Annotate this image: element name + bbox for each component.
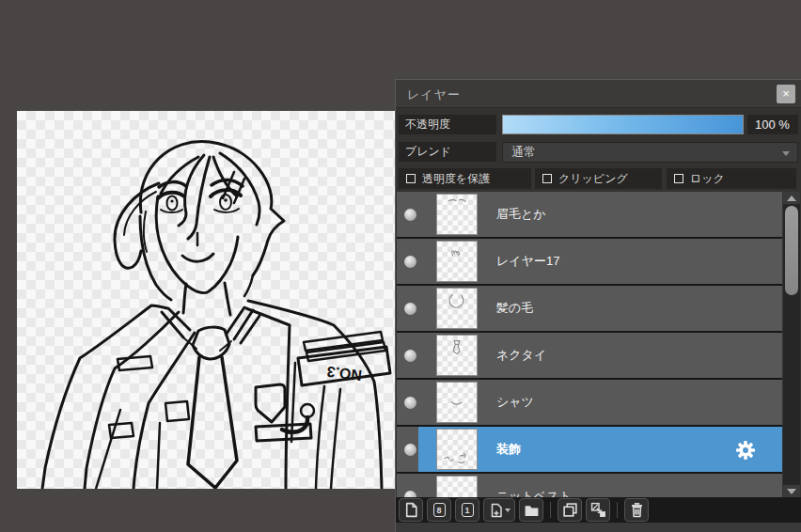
close-icon[interactable]: × (777, 85, 795, 103)
layer-thumbnail (436, 476, 478, 497)
layer-toolbar: 8 1 (396, 497, 801, 523)
layer-list: 眉毛とか レイヤー17 (397, 192, 782, 497)
1bit-layer-icon: 1 (462, 503, 474, 517)
layer-settings-gear-icon[interactable] (735, 440, 756, 461)
layer-visibility-toggle[interactable] (404, 444, 416, 456)
scroll-up-icon[interactable] (783, 192, 800, 204)
toolbar-separator (617, 502, 618, 518)
merge-layer-icon (590, 502, 606, 518)
layer-row[interactable]: ニットベスト (397, 474, 782, 497)
new-layer-button[interactable] (399, 498, 423, 522)
add-layer-menu-button[interactable] (483, 498, 515, 522)
layer-name: シャツ (496, 380, 534, 425)
new-1bit-layer-button[interactable]: 1 (455, 498, 479, 522)
layer-visibility-toggle[interactable] (404, 491, 416, 497)
protect-alpha-checkbox[interactable]: 透明度を保護 (399, 168, 531, 189)
blend-mode-select[interactable]: 通常 (502, 142, 798, 163)
opacity-label: 不透明度 (399, 115, 496, 134)
layer-thumbnail (436, 288, 478, 329)
layer-visibility-toggle[interactable] (404, 256, 416, 268)
protect-alpha-label: 透明度を保護 (422, 168, 490, 189)
folder-icon (524, 502, 540, 518)
layer-name: ニットベスト (496, 474, 572, 497)
layer-thumbnail (436, 382, 478, 423)
clipping-label: クリッピング (558, 168, 628, 189)
layer-visibility-toggle[interactable] (404, 303, 416, 315)
layer-visibility-toggle[interactable] (404, 350, 416, 362)
checkbox-icon[interactable] (542, 174, 552, 183)
layer-row[interactable]: 髪の毛 (397, 286, 782, 333)
layers-panel-titlebar[interactable]: レイヤー × (396, 80, 801, 108)
drawing-canvas[interactable]: NO.3 (17, 111, 395, 489)
opacity-value: 100 % (747, 115, 798, 134)
chevron-down-icon (782, 151, 790, 156)
merge-layer-button[interactable] (586, 498, 610, 522)
8bit-layer-icon: 8 (433, 503, 446, 517)
checkbox-icon[interactable] (406, 174, 416, 183)
layer-row[interactable]: ネクタイ (397, 333, 782, 380)
opacity-slider-fill (503, 116, 743, 133)
layer-list-scrollbar[interactable] (783, 192, 800, 497)
checkbox-icon[interactable] (674, 174, 683, 183)
duplicate-layer-icon (562, 502, 578, 518)
layer-visibility-toggle[interactable] (404, 397, 416, 409)
lock-label: ロック (690, 168, 725, 189)
layer-name: レイヤー17 (496, 239, 559, 284)
panel-bottom-strip (396, 523, 801, 532)
panel-title: レイヤー (407, 86, 461, 103)
chevron-down-icon (505, 509, 510, 512)
layer-thumbnail (436, 429, 478, 470)
layer-row[interactable]: シャツ (397, 380, 782, 427)
add-layer-icon (489, 503, 504, 518)
blend-mode-value: 通常 (511, 145, 536, 159)
layer-row[interactable]: レイヤー17 (397, 239, 782, 286)
new-folder-button[interactable] (519, 498, 543, 522)
lock-checkbox[interactable]: ロック (667, 168, 796, 189)
layers-panel: レイヤー × 不透明度 100 % ブレンド 通常 透明度を保護 クリッピング … (395, 79, 801, 532)
new-layer-icon (403, 502, 419, 518)
delete-layer-button[interactable] (624, 498, 649, 522)
layer-row[interactable]: 装飾 (397, 427, 782, 474)
layer-thumbnail (436, 194, 478, 235)
blend-label: ブレンド (399, 142, 496, 162)
scrollbar-thumb[interactable] (785, 206, 798, 295)
layer-row[interactable]: 眉毛とか (397, 192, 782, 239)
clipping-checkbox[interactable]: クリッピング (535, 168, 662, 189)
badge-text: NO.3 (326, 364, 363, 383)
opacity-slider[interactable] (502, 115, 744, 134)
layer-visibility-toggle[interactable] (404, 209, 416, 221)
scroll-down-icon[interactable] (783, 485, 800, 497)
layer-thumbnail (436, 241, 478, 282)
duplicate-layer-button[interactable] (558, 498, 582, 522)
layer-name: 装飾 (496, 427, 521, 472)
layer-name: 髪の毛 (496, 286, 533, 331)
character-line-art: NO.3 (17, 111, 395, 489)
toolbar-separator (550, 502, 551, 518)
layer-thumbnail (436, 335, 478, 376)
layer-name: 眉毛とか (496, 192, 546, 237)
trash-icon (629, 502, 645, 518)
new-8bit-layer-button[interactable]: 8 (427, 498, 451, 522)
layer-name: ネクタイ (496, 333, 546, 378)
